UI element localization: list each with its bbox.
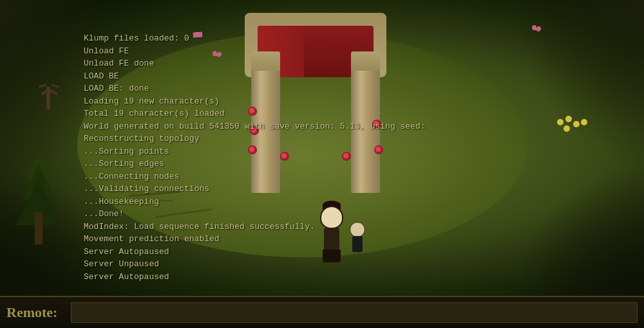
flower — [564, 125, 570, 132]
rose-decoration — [248, 145, 257, 154]
char-legs — [323, 250, 341, 262]
bare-branch — [52, 84, 59, 88]
char2-body — [352, 236, 363, 252]
secondary-character — [348, 222, 367, 260]
tree-trunk — [35, 212, 43, 244]
pillar-left — [251, 51, 280, 193]
char-body — [324, 228, 339, 251]
rose-decoration — [374, 145, 383, 154]
rose-decoration — [248, 107, 257, 116]
corner-dark-tr — [515, 0, 644, 161]
bottom-bar: Remote: — [0, 296, 644, 328]
game-background: Klump files loaded: 0 Unload FE Unload F… — [0, 0, 644, 296]
rose-decoration — [280, 152, 289, 161]
gate-structure — [245, 13, 386, 193]
console-line-l19: Server Unpaused — [84, 258, 426, 271]
flower — [581, 119, 587, 125]
butterfly — [193, 32, 203, 37]
rose-decoration — [250, 126, 259, 135]
console-line-l20: Server Autopaused — [84, 271, 426, 284]
char-head — [320, 206, 343, 229]
remote-input[interactable] — [71, 302, 638, 323]
bare-tree — [35, 64, 61, 109]
remote-label: Remote: — [6, 304, 64, 321]
bare-branch — [39, 84, 46, 88]
char2-head — [350, 222, 365, 237]
yellow-flowers — [554, 116, 592, 135]
rose-decoration — [342, 152, 351, 161]
bare-trunk — [46, 87, 50, 109]
flower — [573, 121, 580, 127]
flower — [557, 119, 564, 125]
rose-decoration — [372, 120, 381, 129]
corner-dark-br — [515, 167, 644, 296]
main-character — [316, 206, 348, 264]
tree-left — [13, 148, 64, 244]
flower — [565, 116, 572, 122]
